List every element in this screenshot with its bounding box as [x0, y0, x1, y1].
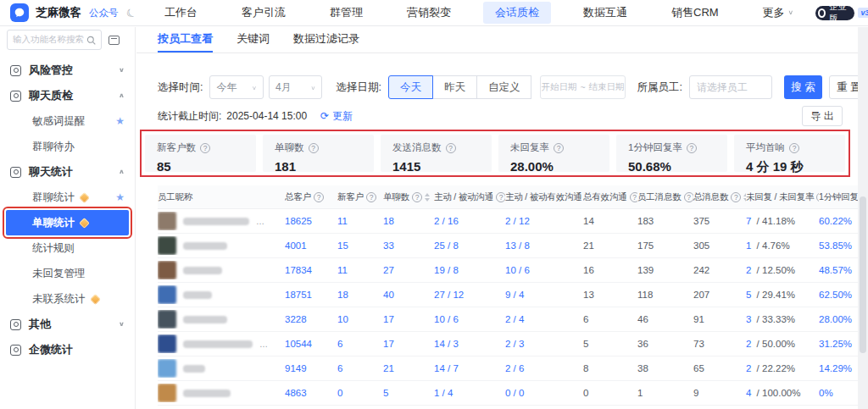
- chat-count-value[interactable]: 18: [383, 216, 394, 226]
- total-customers-value[interactable]: 4863: [285, 388, 307, 398]
- active-passive-valid-value[interactable]: 2 / 12: [505, 216, 530, 226]
- unreplied-count-value[interactable]: 2: [746, 363, 751, 373]
- help-icon[interactable]: ?: [314, 192, 324, 202]
- help-icon[interactable]: ?: [446, 143, 456, 153]
- help-icon[interactable]: ?: [687, 143, 697, 153]
- new-customers-value[interactable]: 15: [337, 240, 348, 251]
- nav-item[interactable]: 群管理: [318, 2, 375, 24]
- active-passive-valid-value[interactable]: 2 / 3: [505, 339, 524, 349]
- active-passive-value[interactable]: 25 / 8: [434, 240, 459, 251]
- favorite-star-icon[interactable]: ★: [115, 191, 125, 203]
- refresh-link[interactable]: ⟳ 更新: [320, 109, 353, 124]
- one-minute-rate-value[interactable]: 60.22%: [819, 216, 852, 226]
- new-customers-value[interactable]: 0: [337, 388, 342, 398]
- one-minute-rate-value[interactable]: 0%: [819, 388, 833, 398]
- col-chat-count[interactable]: 单聊数?: [383, 191, 434, 203]
- new-customers-value[interactable]: 18: [337, 290, 348, 300]
- total-customers-value[interactable]: 10544: [285, 339, 312, 349]
- chat-count-value[interactable]: 21: [383, 363, 394, 373]
- one-minute-rate-value[interactable]: 62.50%: [819, 290, 852, 300]
- month-select[interactable]: 4月 ∨: [269, 75, 322, 99]
- col-staff-messages[interactable]: 员工消息数?: [637, 191, 693, 203]
- total-customers-value[interactable]: 18625: [285, 216, 312, 226]
- total-customers-value[interactable]: 9149: [285, 363, 307, 373]
- date-quick-button[interactable]: 今天: [388, 75, 433, 99]
- chat-count-value[interactable]: 5: [383, 388, 388, 398]
- col-total-messages[interactable]: 总消息数?: [693, 191, 746, 203]
- staff-select-input[interactable]: 请选择员工: [689, 75, 772, 99]
- sidebar-item[interactable]: 群聊待办: [0, 134, 135, 159]
- chat-count-value[interactable]: 40: [383, 290, 394, 300]
- tab[interactable]: 关键词: [236, 27, 270, 53]
- active-passive-valid-value[interactable]: 13 / 8: [505, 240, 530, 251]
- nav-item[interactable]: 工作台: [153, 2, 209, 24]
- chat-count-value[interactable]: 17: [383, 314, 394, 324]
- nav-item[interactable]: 数据互通: [571, 2, 639, 24]
- unreplied-count-value[interactable]: 4: [746, 388, 751, 398]
- new-customers-value[interactable]: 6: [337, 339, 342, 349]
- unreplied-count-value[interactable]: 3: [746, 314, 751, 324]
- new-customers-value[interactable]: 10: [337, 314, 348, 324]
- active-passive-value[interactable]: 2 / 16: [434, 216, 459, 226]
- active-passive-valid-value[interactable]: 9 / 4: [505, 290, 524, 300]
- chat-count-value[interactable]: 17: [383, 339, 394, 349]
- active-passive-value[interactable]: 10 / 6: [434, 314, 459, 324]
- help-icon[interactable]: ?: [412, 192, 422, 202]
- sidebar-group[interactable]: 其他 ∨: [0, 312, 135, 337]
- nav-item[interactable]: 营销裂变: [395, 2, 463, 24]
- sidebar-group[interactable]: 聊天统计 ∧: [0, 159, 135, 185]
- sidebar-item[interactable]: 统计规则: [0, 235, 135, 261]
- vertical-scrollbar-thumb[interactable]: [860, 196, 866, 353]
- help-icon[interactable]: ?: [309, 143, 319, 153]
- sidebar-item[interactable]: 未回复管理: [0, 261, 135, 286]
- total-customers-value[interactable]: 18751: [285, 290, 312, 300]
- one-minute-rate-value[interactable]: 31.25%: [819, 339, 852, 349]
- date-quick-button[interactable]: 自定义: [476, 75, 532, 99]
- one-minute-rate-value[interactable]: 53.85%: [819, 240, 852, 251]
- nav-item[interactable]: 客户引流: [230, 2, 298, 24]
- help-icon[interactable]: ?: [789, 143, 799, 153]
- official-account-link[interactable]: 公众号: [89, 7, 119, 19]
- date-range-input[interactable]: 开始日期 ~ 结束日期: [540, 75, 625, 99]
- unreplied-count-value[interactable]: 2: [746, 265, 751, 275]
- active-passive-valid-value[interactable]: 10 / 6: [505, 265, 530, 275]
- chat-count-value[interactable]: 33: [383, 240, 394, 251]
- active-passive-valid-value[interactable]: 2 / 4: [505, 314, 524, 324]
- col-unreplied[interactable]: 未回复 / 未回复率?: [746, 191, 819, 203]
- total-customers-value[interactable]: 3228: [285, 314, 307, 324]
- active-passive-value[interactable]: 14 / 7: [434, 363, 459, 373]
- nav-item[interactable]: 更多 ∨: [751, 2, 806, 24]
- export-button[interactable]: 导 出: [802, 106, 843, 126]
- help-icon[interactable]: ?: [554, 143, 564, 153]
- sidebar-group[interactable]: 风险管控 ∨: [0, 58, 135, 83]
- theme-moon-icon[interactable]: ☾: [124, 5, 138, 21]
- active-passive-valid-value[interactable]: 0 / 0: [505, 388, 524, 398]
- active-passive-value[interactable]: 14 / 3: [434, 339, 459, 349]
- unreplied-count-value[interactable]: 2: [746, 339, 751, 349]
- help-icon[interactable]: ?: [366, 192, 376, 202]
- panel-toggle-icon[interactable]: [108, 36, 120, 45]
- unreplied-count-value[interactable]: 1: [746, 240, 751, 251]
- one-minute-rate-value[interactable]: 28.00%: [819, 314, 852, 324]
- sidebar-item[interactable]: 群聊统计 ★: [0, 185, 135, 210]
- year-select[interactable]: 今年 ∨: [209, 75, 263, 99]
- help-icon[interactable]: ?: [684, 192, 693, 202]
- unreplied-count-value[interactable]: 7: [746, 216, 751, 226]
- tab[interactable]: 按员工查看: [158, 27, 213, 53]
- nav-item[interactable]: 销售CRM: [659, 2, 731, 24]
- sidebar-item[interactable]: 敏感词提醒 ★: [0, 108, 135, 134]
- sort-icon[interactable]: [425, 193, 430, 202]
- chat-count-value[interactable]: 27: [383, 265, 394, 275]
- active-passive-value[interactable]: 19 / 8: [434, 265, 459, 275]
- help-icon[interactable]: ?: [731, 192, 741, 202]
- active-passive-value[interactable]: 27 / 12: [434, 290, 464, 300]
- total-customers-value[interactable]: 4001: [285, 240, 307, 251]
- new-customers-value[interactable]: 11: [337, 265, 348, 275]
- tab[interactable]: 数据过滤记录: [293, 27, 359, 53]
- new-customers-value[interactable]: 11: [337, 216, 348, 226]
- sidebar-group[interactable]: 企微统计: [0, 337, 135, 362]
- sidebar-group[interactable]: 聊天质检 ∧: [0, 83, 135, 108]
- new-customers-value[interactable]: 6: [337, 363, 342, 373]
- active-passive-value[interactable]: 1 / 4: [434, 388, 453, 398]
- total-customers-value[interactable]: 17834: [285, 265, 312, 275]
